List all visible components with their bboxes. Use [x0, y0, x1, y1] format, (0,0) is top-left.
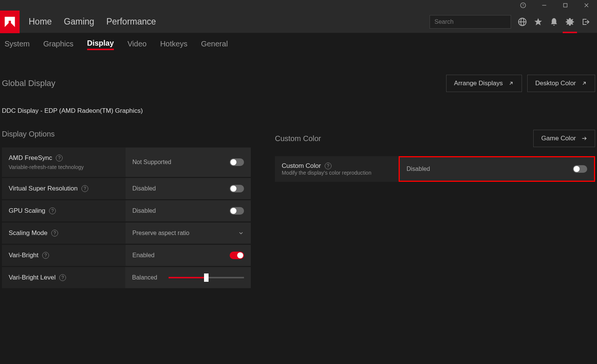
header-right: [430, 15, 597, 29]
tab-display[interactable]: Display: [87, 39, 114, 50]
vsr-toggle[interactable]: [230, 185, 244, 192]
tab-system[interactable]: System: [5, 40, 30, 49]
display-options-title: Display Options: [2, 130, 55, 138]
nav-performance[interactable]: Performance: [106, 17, 156, 27]
custom-color-title: Custom Color: [275, 134, 321, 143]
tab-hotkeys[interactable]: Hotkeys: [160, 40, 187, 49]
section-title: Global Display: [2, 78, 55, 88]
settings-button[interactable]: [565, 17, 574, 26]
game-color-button[interactable]: Game Color: [533, 130, 595, 147]
custom-color-value: Disabled: [407, 166, 430, 172]
vari-bright-level-label: Vari-Bright Level: [9, 274, 55, 281]
setting-scaling-mode: Scaling Mode ? Preserve aspect ratio: [2, 223, 251, 244]
display-options-column: Display Options AMD FreeSync ? Variable-…: [2, 130, 251, 289]
help-icon[interactable]: ?: [42, 252, 49, 259]
arrow-right-icon: [581, 135, 587, 141]
section-header: Global Display Arrange Displays Desktop …: [0, 56, 597, 101]
display-device-name: DDC Display - EDP (AMD Radeon(TM) Graphi…: [0, 101, 597, 130]
custom-color-column: Custom Color Game Color Custom Color ? M…: [275, 130, 595, 289]
search-input[interactable]: [434, 18, 510, 25]
desktop-color-button[interactable]: Desktop Color: [527, 75, 595, 92]
gpu-scaling-toggle[interactable]: [230, 207, 244, 215]
header: Home Gaming Performance: [0, 11, 597, 33]
amd-logo[interactable]: [0, 11, 20, 33]
gear-icon: [565, 17, 574, 26]
custom-color-toggle[interactable]: [573, 165, 587, 173]
help-icon[interactable]: ?: [51, 230, 58, 237]
search-box[interactable]: [430, 15, 511, 29]
svg-rect-2: [542, 5, 546, 5]
subnav: System Graphics Display Video Hotkeys Ge…: [0, 33, 597, 56]
vari-bright-value: Enabled: [132, 252, 155, 259]
nav-home[interactable]: Home: [29, 17, 52, 27]
setting-vari-bright-level: Vari-Bright Level ? Balanced: [2, 267, 251, 288]
globe-icon[interactable]: [518, 17, 527, 26]
vsr-label: Virtual Super Resolution: [9, 185, 78, 192]
help-icon[interactable]: ?: [56, 155, 63, 161]
freesync-toggle[interactable]: [230, 158, 244, 166]
maximize-button[interactable]: [558, 0, 573, 11]
setting-gpu-scaling: GPU Scaling ? Disabled: [2, 200, 251, 221]
columns: Display Options AMD FreeSync ? Variable-…: [0, 130, 597, 289]
gpu-scaling-label: GPU Scaling: [9, 207, 45, 215]
external-link-icon: [581, 80, 587, 86]
help-icon[interactable]: ?: [325, 163, 331, 169]
svg-text:?: ?: [522, 3, 524, 7]
desktop-color-label: Desktop Color: [535, 80, 576, 87]
amd-logo-icon: [3, 15, 17, 29]
external-link-icon: [508, 80, 514, 86]
close-button[interactable]: [579, 0, 594, 11]
scaling-mode-value: Preserve aspect ratio: [132, 230, 189, 237]
scaling-mode-dropdown[interactable]: Preserve aspect ratio: [126, 223, 251, 244]
custom-color-control-highlighted: Disabled: [399, 156, 595, 182]
tab-graphics[interactable]: Graphics: [43, 40, 74, 49]
bell-icon[interactable]: [549, 17, 559, 26]
freesync-label: AMD FreeSync: [9, 154, 52, 162]
setting-vari-bright: Vari-Bright ? Enabled: [2, 245, 251, 266]
setting-vsr: Virtual Super Resolution ? Disabled: [2, 178, 251, 199]
freesync-desc: Variable-refresh-rate technology: [9, 164, 119, 170]
setting-custom-color: Custom Color ? Modify the display's colo…: [275, 156, 595, 182]
close-icon: [583, 2, 589, 8]
help-icon[interactable]: ?: [49, 207, 56, 214]
settings-active-indicator: [563, 32, 577, 33]
section-actions: Arrange Displays Desktop Color: [446, 75, 595, 92]
minimize-button[interactable]: [537, 0, 552, 11]
custom-color-label: Custom Color: [282, 162, 321, 170]
setting-freesync: AMD FreeSync ? Variable-refresh-rate tec…: [2, 147, 251, 177]
vari-bright-toggle[interactable]: [230, 252, 244, 259]
chevron-down-icon: [238, 230, 244, 236]
vari-bright-level-value: Balanced: [132, 274, 157, 281]
vsr-value: Disabled: [132, 185, 156, 192]
nav-gaming[interactable]: Gaming: [64, 17, 94, 27]
tab-general[interactable]: General: [201, 40, 228, 49]
help-icon[interactable]: ?: [81, 185, 88, 192]
help-icon: ?: [520, 2, 526, 8]
star-icon[interactable]: [534, 17, 543, 26]
freesync-value: Not Supported: [132, 159, 171, 166]
titlebar: ?: [0, 0, 597, 11]
content: Global Display Arrange Displays Desktop …: [0, 56, 597, 289]
tab-video[interactable]: Video: [127, 40, 147, 49]
slider-fill: [169, 277, 206, 278]
help-button[interactable]: ?: [516, 0, 531, 11]
gpu-scaling-value: Disabled: [132, 207, 156, 214]
nav-main: Home Gaming Performance: [29, 17, 156, 27]
vari-bright-label: Vari-Bright: [9, 252, 38, 259]
vari-bright-level-slider[interactable]: [169, 277, 244, 278]
arrange-displays-button[interactable]: Arrange Displays: [446, 75, 522, 92]
arrange-displays-label: Arrange Displays: [454, 80, 503, 87]
custom-color-desc: Modify the display's color reproduction: [282, 170, 392, 176]
minimize-icon: [541, 2, 547, 8]
scaling-mode-label: Scaling Mode: [9, 229, 48, 237]
maximize-icon: [562, 2, 568, 8]
game-color-label: Game Color: [541, 135, 576, 142]
exit-icon[interactable]: [581, 17, 590, 26]
slider-thumb[interactable]: [204, 273, 209, 282]
svg-rect-3: [563, 3, 567, 7]
help-icon[interactable]: ?: [59, 274, 66, 281]
